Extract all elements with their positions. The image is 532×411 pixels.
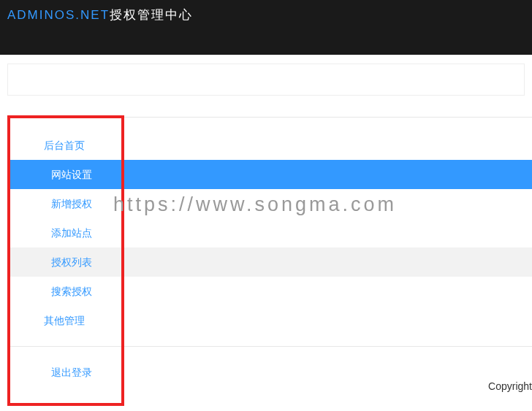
sidebar-item-label: 授权列表 [51, 256, 92, 268]
sidebar-item-label: 添加站点 [51, 227, 92, 239]
sidebar-divider-top [7, 117, 532, 118]
brand-suffix: 授权管理中心 [110, 8, 193, 22]
sidebar-item-auth-list[interactable]: 授权列表 [7, 247, 532, 277]
content-placeholder [7, 64, 525, 96]
sidebar-item-label: 新增授权 [51, 198, 92, 210]
sidebar-item-site-settings[interactable]: 网站设置 [7, 160, 532, 189]
sidebar-item-label: 网站设置 [51, 169, 92, 180]
copyright-text: Copyright [488, 380, 532, 392]
sidebar-item-label: 其他管理 [44, 315, 85, 326]
sidebar-item-new-auth[interactable]: 新增授权 [7, 189, 532, 218]
sidebar-item-label: 后台首页 [44, 139, 85, 151]
brand-name[interactable]: ADMINOS.NET [7, 8, 110, 22]
top-header: ADMINOS.NET授权管理中心 [0, 0, 532, 55]
sidebar-divider-bottom [7, 346, 532, 347]
sidebar-item-add-site[interactable]: 添加站点 [7, 218, 532, 247]
sidebar-item-label: 退出登录 [51, 366, 92, 378]
sidebar-item-logout[interactable]: 退出登录 [7, 358, 532, 387]
sidebar-item-search-auth[interactable]: 搜索授权 [7, 277, 532, 306]
sidebar-item-home[interactable]: 后台首页 [7, 131, 532, 160]
sidebar-item-other-manage[interactable]: 其他管理 [7, 306, 532, 335]
sidebar-nav: 后台首页 网站设置 新增授权 添加站点 授权列表 搜索授权 其他管理 退出登录 [7, 117, 532, 387]
sidebar-item-label: 搜索授权 [51, 285, 92, 297]
